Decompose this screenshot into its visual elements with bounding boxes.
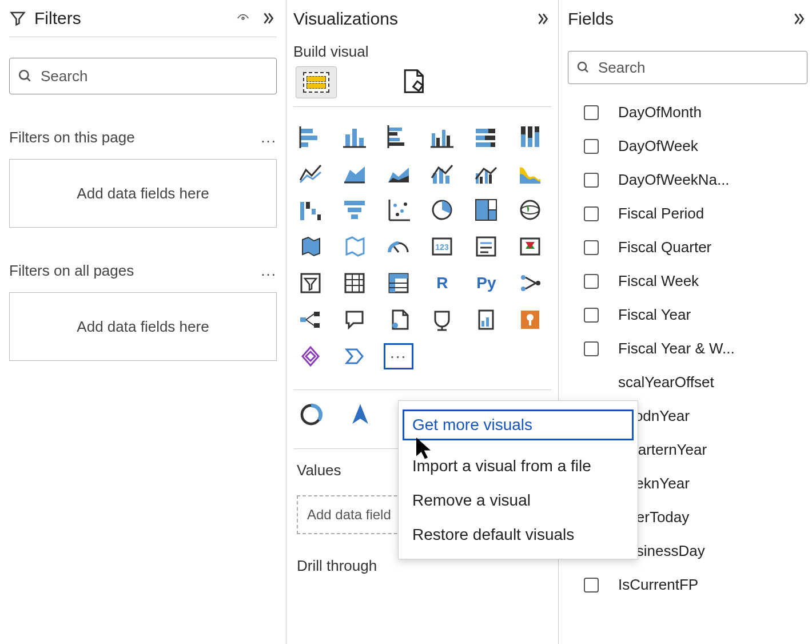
cursor-icon xyxy=(416,438,434,463)
matrix-icon[interactable] xyxy=(384,271,413,296)
table-icon[interactable] xyxy=(340,271,369,296)
filters-panel: Filters Filters on this page ... Add dat… xyxy=(0,0,286,644)
field-item[interactable]: DayOfWeekNa... xyxy=(568,164,807,196)
field-item[interactable]: Fiscal Year & W... xyxy=(568,333,807,364)
svg-rect-29 xyxy=(528,126,532,138)
clustered-bar-icon[interactable] xyxy=(384,124,413,149)
stacked-column-icon[interactable] xyxy=(340,124,369,149)
decomposition-tree-icon[interactable] xyxy=(296,307,325,332)
goals-icon[interactable] xyxy=(427,307,457,332)
navigation-custom-icon[interactable] xyxy=(347,401,373,428)
field-item[interactable]: IsCurrentFP xyxy=(568,569,807,601)
collapse-icon[interactable] xyxy=(790,10,807,27)
powerapps-icon[interactable] xyxy=(296,344,325,369)
filters-all-drop[interactable]: Add data fields here xyxy=(9,292,277,361)
field-item[interactable]: scalYearOffset xyxy=(568,367,807,398)
svg-point-85 xyxy=(536,281,540,285)
get-more-visuals-button[interactable]: ··· xyxy=(384,344,413,369)
area-chart-icon[interactable] xyxy=(340,161,369,186)
treemap-icon[interactable] xyxy=(471,197,501,222)
fields-title: Fields xyxy=(568,9,782,29)
remove-visual-item[interactable]: Remove a visual xyxy=(399,483,638,518)
drill-through-label: Drill through xyxy=(297,557,551,575)
arcgis-icon[interactable] xyxy=(515,307,545,332)
filters-search-input[interactable] xyxy=(41,67,268,85)
powerautomate-icon[interactable] xyxy=(340,344,369,369)
filters-page-drop[interactable]: Add data fields here xyxy=(9,159,277,228)
donut-custom-icon[interactable] xyxy=(298,401,324,428)
svg-rect-89 xyxy=(314,312,320,316)
clustered-column-icon[interactable] xyxy=(427,124,457,149)
build-visual-tab[interactable] xyxy=(296,66,337,98)
filters-search[interactable] xyxy=(9,58,277,94)
svg-line-91 xyxy=(306,314,314,320)
scatter-icon[interactable] xyxy=(384,197,413,222)
svg-rect-21 xyxy=(488,129,495,133)
line-chart-icon[interactable] xyxy=(296,161,325,186)
card-icon[interactable]: 123 xyxy=(427,234,457,259)
svg-rect-23 xyxy=(485,136,495,140)
funnel-icon[interactable] xyxy=(340,197,369,222)
multirow-card-icon[interactable] xyxy=(471,234,501,259)
kpi-icon[interactable] xyxy=(515,234,545,259)
hundred-stacked-bar-icon[interactable] xyxy=(471,124,501,149)
r-visual-icon[interactable]: R xyxy=(427,271,457,296)
field-item[interactable]: DayOfWeek xyxy=(568,130,807,162)
svg-rect-59 xyxy=(488,210,496,220)
hundred-stacked-column-icon[interactable] xyxy=(515,124,545,149)
checkbox-icon[interactable] xyxy=(584,341,599,356)
qna-icon[interactable] xyxy=(340,307,369,332)
svg-rect-73 xyxy=(345,274,364,292)
checkbox-icon[interactable] xyxy=(584,274,599,289)
stacked-area-icon[interactable] xyxy=(384,161,413,186)
checkbox-icon[interactable] xyxy=(584,240,599,255)
pie-chart-icon[interactable] xyxy=(427,197,457,222)
key-influencers-icon[interactable] xyxy=(515,271,545,296)
checkbox-icon[interactable] xyxy=(584,139,599,154)
shape-map-icon[interactable] xyxy=(340,234,369,259)
field-item[interactable]: DayOfMonth xyxy=(568,97,807,128)
section-more-icon[interactable]: ... xyxy=(261,262,277,280)
filled-map-icon[interactable] xyxy=(296,234,325,259)
fields-search[interactable] xyxy=(568,51,807,84)
stacked-bar-icon[interactable] xyxy=(296,124,325,149)
svg-rect-11 xyxy=(388,132,397,136)
slicer-icon[interactable] xyxy=(296,271,325,296)
svg-rect-90 xyxy=(314,323,320,328)
line-clustered-column-icon[interactable] xyxy=(471,161,501,186)
collapse-icon[interactable] xyxy=(260,10,277,27)
svg-point-83 xyxy=(521,275,526,280)
svg-rect-18 xyxy=(447,136,450,147)
checkbox-icon[interactable] xyxy=(584,206,599,221)
svg-rect-6 xyxy=(345,134,350,147)
gauge-icon[interactable] xyxy=(384,234,413,259)
map-icon[interactable] xyxy=(515,197,545,222)
checkbox-icon[interactable] xyxy=(584,173,599,188)
smart-narrative-icon[interactable] xyxy=(384,307,413,332)
svg-rect-98 xyxy=(486,317,489,327)
svg-rect-48 xyxy=(348,208,361,212)
eye-icon[interactable] xyxy=(234,10,252,27)
svg-rect-15 xyxy=(432,133,435,147)
line-stacked-column-icon[interactable] xyxy=(427,161,457,186)
field-item[interactable]: Fiscal Period xyxy=(568,198,807,229)
svg-rect-3 xyxy=(300,136,317,140)
svg-rect-38 xyxy=(445,176,449,184)
collapse-icon[interactable] xyxy=(534,10,551,27)
fields-search-input[interactable] xyxy=(598,59,799,77)
ribbon-chart-icon[interactable] xyxy=(515,161,545,186)
py-visual-icon[interactable]: Py xyxy=(471,271,501,296)
restore-visuals-item[interactable]: Restore default visuals xyxy=(399,518,638,552)
get-more-visuals-item[interactable]: Get more visuals xyxy=(404,411,632,439)
checkbox-icon[interactable] xyxy=(584,308,599,323)
format-visual-tab[interactable] xyxy=(394,66,435,98)
checkbox-icon[interactable] xyxy=(584,578,599,593)
field-item[interactable]: Fiscal Week xyxy=(568,265,807,297)
field-item[interactable]: Fiscal Quarter xyxy=(568,232,807,263)
waterfall-icon[interactable] xyxy=(296,197,325,222)
section-more-icon[interactable]: ... xyxy=(261,129,277,146)
checkbox-icon[interactable] xyxy=(584,105,599,120)
paginated-report-icon[interactable] xyxy=(471,307,501,332)
import-visual-item[interactable]: Import a visual from a file xyxy=(399,449,638,483)
field-item[interactable]: Fiscal Year xyxy=(568,299,807,331)
